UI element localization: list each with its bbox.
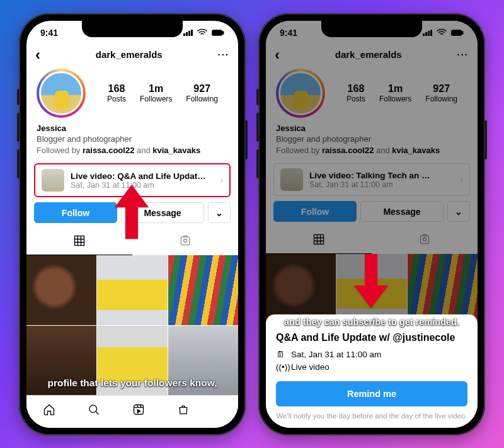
nav-reels-icon[interactable]	[132, 403, 145, 420]
sheet-type-row: ((•)) Live video	[276, 362, 467, 372]
chevron-right-icon: ›	[220, 175, 223, 186]
username: dark_emeralds	[96, 49, 163, 60]
sheet-note: We'll notify you the day before and the …	[276, 411, 467, 422]
live-title: Live video: Q&A and Life Updat…	[71, 171, 214, 181]
notch	[321, 21, 422, 37]
story-ring[interactable]	[37, 69, 86, 118]
stat-followers[interactable]: 1mFollowers	[140, 83, 172, 103]
avatar	[39, 71, 83, 115]
tagged-icon	[179, 234, 192, 247]
svg-point-4	[184, 239, 187, 243]
follow-button[interactable]: Follow	[34, 202, 117, 223]
post-thumb[interactable]	[26, 255, 96, 325]
more-icon[interactable]: ···	[217, 49, 229, 60]
sheet-title: Q&A and Life Update w/ @justinecole	[276, 332, 467, 343]
overlay-caption: profile that lets your followers know,	[26, 377, 238, 389]
phone-right: 9:41 ‹ dark_emeralds ··· 168Posts 1mFoll…	[258, 13, 485, 435]
nav-search-icon[interactable]	[88, 403, 100, 420]
followed-by: Followed by raissa.cool22 and kvia_kavak…	[37, 145, 228, 156]
annotation-arrow-down	[354, 254, 388, 308]
wifi-icon	[196, 26, 209, 39]
svg-rect-1	[222, 31, 224, 33]
svg-point-5	[89, 405, 97, 413]
notch	[82, 21, 183, 37]
stat-following[interactable]: 927Following	[186, 83, 218, 103]
suggestions-button[interactable]: ⌄	[208, 202, 231, 223]
svg-rect-0	[212, 30, 222, 35]
status-time: 9:41	[40, 28, 58, 38]
bottom-sheet: Q&A and Life Update w/ @justinecole 🗓 Sa…	[266, 314, 478, 428]
remind-button[interactable]: Remind me	[276, 381, 467, 406]
phone-left: 9:41 ‹ dark_emeralds ··· 168Posts 1mFoll…	[19, 13, 246, 435]
svg-rect-2	[75, 236, 84, 246]
grid-icon	[73, 234, 86, 247]
svg-rect-6	[134, 405, 143, 415]
stat-posts[interactable]: 168Posts	[107, 83, 126, 103]
live-icon: ((•))	[276, 362, 286, 372]
post-thumb[interactable]	[168, 255, 238, 325]
overlay-caption: and they can subscribe to get reminded.	[266, 317, 478, 327]
profile-header: ‹ dark_emeralds ···	[26, 45, 238, 67]
svg-rect-3	[181, 237, 189, 245]
post-thumb[interactable]	[97, 255, 167, 325]
live-thumb	[42, 169, 64, 192]
bottom-nav	[26, 395, 238, 428]
calendar-icon: 🗓	[276, 350, 286, 359]
signal-icon	[183, 30, 193, 36]
nav-home-icon[interactable]	[43, 403, 55, 420]
back-icon[interactable]: ‹	[35, 47, 40, 62]
battery-icon	[212, 26, 224, 39]
bio-name: Jessica	[37, 123, 228, 134]
sheet-date-row: 🗓 Sat, Jan 31 at 11:00 am	[276, 350, 467, 359]
nav-shop-icon[interactable]	[177, 403, 190, 420]
annotation-arrow-up	[115, 185, 149, 239]
bio-desc: Blogger and photographer	[37, 134, 228, 145]
